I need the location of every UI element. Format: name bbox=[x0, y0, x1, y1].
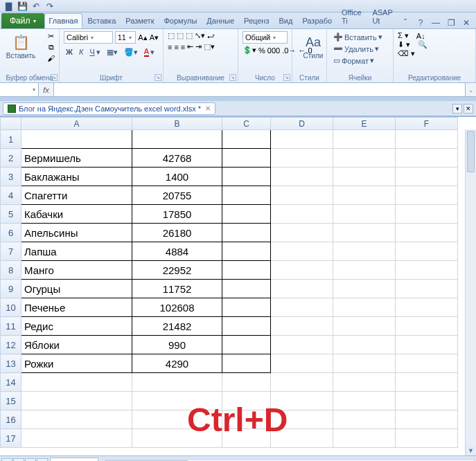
cell-E8[interactable] bbox=[333, 261, 396, 280]
cell-A12[interactable]: Яблоки bbox=[21, 336, 132, 354]
merge-button[interactable]: ⬚▾ bbox=[204, 42, 215, 51]
cell-E17[interactable] bbox=[333, 429, 396, 448]
cell-B5[interactable]: 17850 bbox=[132, 205, 222, 224]
sheet-tab[interactable]: Формулы bbox=[50, 458, 98, 461]
cell-D15[interactable] bbox=[271, 392, 333, 410]
cell-E2[interactable] bbox=[333, 149, 396, 168]
underline-button[interactable]: Ч▾ bbox=[87, 46, 102, 58]
ribbon-tab-8[interactable]: Office Ti bbox=[337, 5, 367, 28]
cell-F6[interactable] bbox=[396, 224, 458, 242]
row-header-11[interactable]: 11 bbox=[1, 317, 21, 336]
cell-E14[interactable] bbox=[333, 373, 396, 392]
row-header-2[interactable]: 2 bbox=[1, 149, 21, 168]
decrease-indent-icon[interactable]: ⇤ bbox=[187, 42, 193, 51]
close-workbook-icon[interactable]: ✕ bbox=[205, 105, 211, 112]
cell-D12[interactable] bbox=[271, 336, 333, 354]
cell-D13[interactable] bbox=[271, 354, 333, 373]
name-box[interactable]: ▾ bbox=[0, 83, 39, 96]
styles-button[interactable]: Aa Стили bbox=[297, 31, 330, 61]
italic-button[interactable]: К bbox=[77, 46, 85, 57]
cell-A13[interactable]: Рожки bbox=[21, 354, 132, 373]
cell-B4[interactable]: 20755 bbox=[132, 186, 222, 205]
cell-A14[interactable] bbox=[21, 373, 132, 392]
cell-A11[interactable]: Редис bbox=[21, 317, 132, 336]
row-header-16[interactable]: 16 bbox=[1, 410, 21, 429]
cell-E16[interactable] bbox=[333, 410, 396, 429]
row-header-17[interactable]: 17 bbox=[1, 429, 21, 448]
cell-D10[interactable] bbox=[271, 298, 333, 317]
cell-A17[interactable] bbox=[21, 429, 132, 448]
col-header-D[interactable]: D bbox=[271, 118, 333, 130]
percent-icon[interactable]: % bbox=[258, 46, 265, 55]
save-icon[interactable]: 💾 bbox=[17, 1, 28, 12]
tab-close-icon[interactable]: ✕ bbox=[464, 104, 473, 114]
cell-D4[interactable] bbox=[271, 186, 333, 205]
row-header-13[interactable]: 13 bbox=[1, 354, 21, 373]
cell-E7[interactable] bbox=[333, 242, 396, 261]
row-header-14[interactable]: 14 bbox=[1, 373, 21, 392]
cell-B12[interactable]: 990 bbox=[132, 336, 222, 354]
paste-button[interactable]: 📋 Вставить bbox=[4, 31, 37, 61]
cell-D11[interactable] bbox=[271, 317, 333, 336]
cell-E5[interactable] bbox=[333, 205, 396, 224]
border-button[interactable]: ▦▾ bbox=[105, 46, 120, 58]
fill-color-button[interactable]: 🪣▾ bbox=[122, 46, 140, 58]
cell-B16[interactable] bbox=[132, 410, 222, 429]
ribbon-tab-2[interactable]: Разметк bbox=[121, 13, 159, 28]
bold-button[interactable]: Ж bbox=[64, 46, 75, 57]
cell-A15[interactable] bbox=[21, 392, 132, 410]
ribbon-tab-9[interactable]: ASAP Ut bbox=[367, 5, 400, 28]
row-header-10[interactable]: 10 bbox=[1, 298, 21, 317]
row-header-1[interactable]: 1 bbox=[1, 130, 21, 149]
cell-B9[interactable]: 11752 bbox=[132, 280, 222, 298]
cell-E3[interactable] bbox=[333, 168, 396, 186]
cell-F1[interactable] bbox=[396, 130, 458, 149]
align-launcher[interactable]: ↘ bbox=[229, 74, 236, 81]
orientation-icon[interactable]: ⤡▾ bbox=[195, 31, 205, 40]
scroll-thumb[interactable] bbox=[467, 131, 475, 172]
help-icon[interactable]: ? bbox=[415, 17, 426, 28]
cell-C10[interactable] bbox=[222, 298, 271, 317]
select-all-cell[interactable] bbox=[1, 118, 21, 130]
cell-B6[interactable]: 26180 bbox=[132, 224, 222, 242]
cell-B15[interactable] bbox=[132, 392, 222, 410]
row-header-5[interactable]: 5 bbox=[1, 205, 21, 224]
cell-A16[interactable] bbox=[21, 410, 132, 429]
cell-C11[interactable] bbox=[222, 317, 271, 336]
cell-C4[interactable] bbox=[222, 186, 271, 205]
comma-icon[interactable]: 000 bbox=[267, 46, 280, 55]
cell-C9[interactable] bbox=[222, 280, 271, 298]
cell-A3[interactable]: Баклажаны bbox=[21, 168, 132, 186]
sheet-nav-next-icon[interactable]: ▶ bbox=[25, 458, 36, 462]
cell-F12[interactable] bbox=[396, 336, 458, 354]
copy-icon[interactable]: ⧉ bbox=[47, 43, 55, 52]
row-header-3[interactable]: 3 bbox=[1, 168, 21, 186]
cell-E10[interactable] bbox=[333, 298, 396, 317]
align-bottom-icon[interactable]: ⬚ bbox=[186, 31, 193, 40]
cell-A2[interactable]: Вермишель bbox=[21, 149, 132, 168]
cell-B17[interactable] bbox=[132, 429, 222, 448]
cell-F13[interactable] bbox=[396, 354, 458, 373]
clipboard-launcher[interactable]: ↘ bbox=[51, 74, 58, 81]
ribbon-tab-5[interactable]: Реценз bbox=[239, 13, 274, 28]
cell-F15[interactable] bbox=[396, 392, 458, 410]
number-launcher[interactable]: ↘ bbox=[283, 74, 290, 81]
cell-D7[interactable] bbox=[271, 242, 333, 261]
cell-F7[interactable] bbox=[396, 242, 458, 261]
vertical-scrollbar[interactable]: ▲ ▼ bbox=[465, 129, 476, 455]
cell-C6[interactable] bbox=[222, 224, 271, 242]
ribbon-tab-7[interactable]: Разрабо bbox=[297, 13, 337, 28]
cell-C15[interactable] bbox=[222, 392, 271, 410]
ribbon-tab-3[interactable]: Формулы bbox=[159, 13, 202, 28]
cell-D1[interactable] bbox=[271, 130, 333, 149]
cell-D14[interactable] bbox=[271, 373, 333, 392]
cell-C14[interactable] bbox=[222, 373, 271, 392]
cell-A7[interactable]: Лапша bbox=[21, 242, 132, 261]
cell-A4[interactable]: Спагетти bbox=[21, 186, 132, 205]
cell-F9[interactable] bbox=[396, 280, 458, 298]
cell-C1[interactable]: 15% bbox=[222, 130, 271, 149]
row-header-12[interactable]: 12 bbox=[1, 336, 21, 354]
col-header-F[interactable]: F bbox=[396, 118, 458, 130]
cell-D3[interactable] bbox=[271, 168, 333, 186]
fx-icon[interactable]: fx bbox=[39, 83, 54, 96]
